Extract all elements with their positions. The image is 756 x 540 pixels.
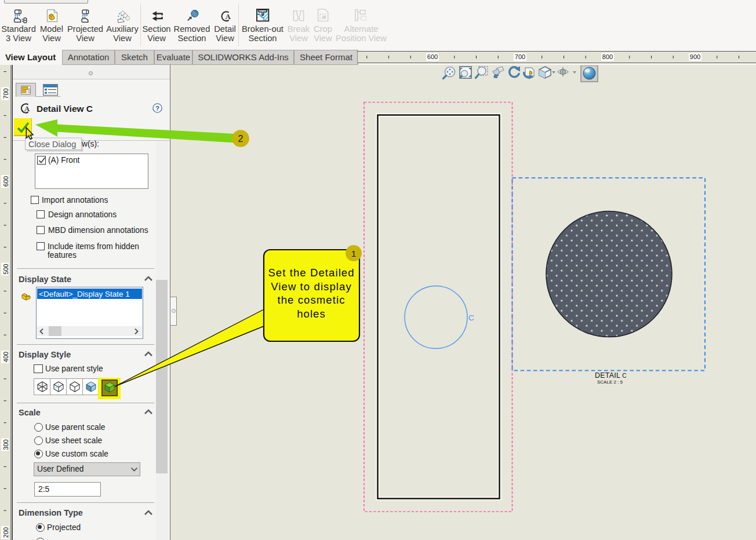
svg-text:800: 800 [602,53,613,60]
svg-text:A: A [24,105,30,113]
svg-text:A: A [226,13,231,21]
svg-text:700: 700 [515,53,525,60]
svg-text:700: 700 [2,88,9,98]
svg-text:?: ? [155,105,159,112]
svg-text:600: 600 [427,53,438,60]
svg-text:500: 500 [2,264,9,274]
svg-text:400: 400 [2,352,9,362]
svg-text:900: 900 [690,53,700,60]
svg-text:300: 300 [2,439,9,450]
svg-text:200: 200 [2,527,9,538]
svg-text:600: 600 [2,176,9,187]
